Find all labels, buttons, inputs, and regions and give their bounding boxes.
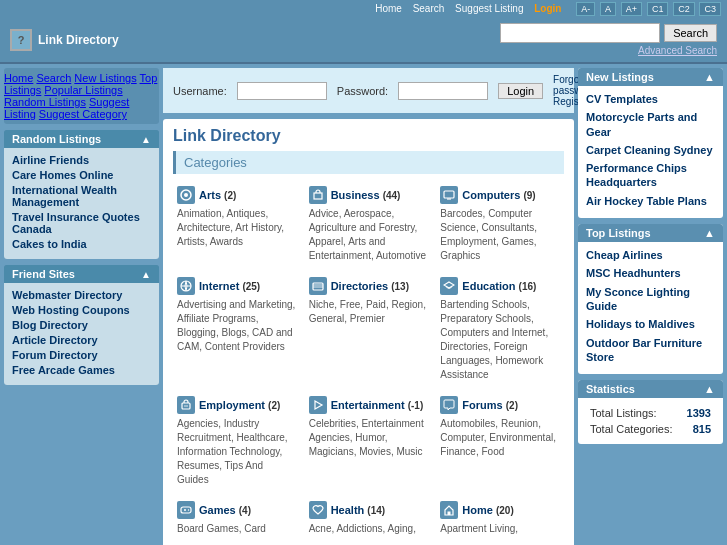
login-bar: Username: Password: Login Forgot passwor… xyxy=(163,68,574,113)
sidebar-item-random-listings[interactable]: Random Listings xyxy=(4,96,86,108)
stats-row-0: Total Listings: 1393 xyxy=(588,406,713,420)
sidebar-item-search[interactable]: Search xyxy=(36,72,71,84)
forums-link[interactable]: Forums (2) xyxy=(462,399,518,411)
right-sidebar: New Listings ▲ CV Templates Motorcycle P… xyxy=(578,68,723,545)
random-listings-box: Random Listings ▲ Airline Friends Care H… xyxy=(4,130,159,259)
category-health: Health (14) Acne, Addictions, Aging, xyxy=(305,497,433,540)
new-listings-arrow[interactable]: ▲ xyxy=(704,71,715,83)
top-listing-1[interactable]: MSC Headhunters xyxy=(586,266,715,280)
new-listing-3[interactable]: Performance Chips Headquarters xyxy=(586,161,715,190)
header-search-button[interactable]: Search xyxy=(664,24,717,42)
directories-link[interactable]: Directories (13) xyxy=(331,280,409,292)
statistics-arrow[interactable]: ▲ xyxy=(704,383,715,395)
top-nav-suggest[interactable]: Suggest Listing xyxy=(455,3,523,14)
business-link[interactable]: Business (44) xyxy=(331,189,401,201)
size-a-plus[interactable]: A+ xyxy=(621,2,642,16)
top-listings-arrow[interactable]: ▲ xyxy=(704,227,715,239)
random-listing-3[interactable]: Travel Insurance Quotes Canada xyxy=(12,211,151,235)
home-icon xyxy=(440,501,458,519)
new-listing-0[interactable]: CV Templates xyxy=(586,92,715,106)
top-nav-home[interactable]: Home xyxy=(375,3,402,14)
top-listings-content: Cheap Airlines MSC Headhunters My Sconce… xyxy=(578,242,723,374)
top-listing-2[interactable]: My Sconce Lighting Guide xyxy=(586,285,715,314)
categories-grid: Arts (2) Animation, Antiques, Architectu… xyxy=(173,182,564,540)
games-link[interactable]: Games (4) xyxy=(199,504,251,516)
categories-title: Categories xyxy=(173,151,564,174)
login-button[interactable]: Login xyxy=(498,83,543,99)
friend-site-0[interactable]: Webmaster Directory xyxy=(12,289,151,301)
entertainment-icon xyxy=(309,396,327,414)
content-title: Link Directory xyxy=(173,127,564,145)
advanced-search-link[interactable]: Advanced Search xyxy=(638,45,717,56)
top-listings-title: Top Listings ▲ xyxy=(578,224,723,242)
top-nav-bar: Home Search Suggest Listing Login A- A A… xyxy=(0,0,727,17)
category-home: Home (20) Apartment Living, xyxy=(436,497,564,540)
center-content: Username: Password: Login Forgot passwor… xyxy=(163,68,574,545)
arts-desc: Animation, Antiques, Architecture, Art H… xyxy=(177,207,297,249)
entertainment-desc: Celebrities, Entertainment Agencies, Hum… xyxy=(309,417,429,459)
home-cat-link[interactable]: Home (20) xyxy=(462,504,513,516)
category-computers: Computers (9) Barcodes, Computer Science… xyxy=(436,182,564,267)
svg-point-14 xyxy=(188,509,189,510)
entertainment-link[interactable]: Entertainment (-1) xyxy=(331,399,424,411)
top-nav-search[interactable]: Search xyxy=(413,3,445,14)
employment-link[interactable]: Employment (2) xyxy=(199,399,280,411)
arts-icon xyxy=(177,186,195,204)
health-desc: Acne, Addictions, Aging, xyxy=(309,522,429,536)
stats-value-0: 1393 xyxy=(683,406,713,420)
username-input[interactable] xyxy=(237,82,327,100)
header-search-input[interactable] xyxy=(500,23,660,43)
random-listing-1[interactable]: Care Homes Online xyxy=(12,169,151,181)
friend-site-4[interactable]: Forum Directory xyxy=(12,349,151,361)
size-a[interactable]: A xyxy=(600,2,616,16)
random-listing-2[interactable]: International Wealth Management xyxy=(12,184,151,208)
new-listing-4[interactable]: Air Hockey Table Plans xyxy=(586,194,715,208)
sidebar-item-home[interactable]: Home xyxy=(4,72,33,84)
username-label: Username: xyxy=(173,85,227,97)
sidebar-item-suggest-category[interactable]: Suggest Category xyxy=(39,108,127,120)
employment-icon xyxy=(177,396,195,414)
education-link[interactable]: Education (16) xyxy=(462,280,536,292)
arts-link[interactable]: Arts (2) xyxy=(199,189,236,201)
top-nav-login[interactable]: Login xyxy=(534,3,561,14)
random-listings-arrow[interactable]: ▲ xyxy=(141,134,151,145)
random-listing-0[interactable]: Airline Friends xyxy=(12,154,151,166)
svg-rect-15 xyxy=(448,512,451,516)
size-a-minus[interactable]: A- xyxy=(576,2,595,16)
svg-rect-7 xyxy=(313,283,323,290)
svg-rect-2 xyxy=(314,193,322,199)
main-layout: Home Search New Listings Top Listings Po… xyxy=(0,64,727,545)
new-listing-1[interactable]: Motorcycle Parts and Gear xyxy=(586,110,715,139)
svg-rect-3 xyxy=(444,191,454,198)
new-listing-2[interactable]: Carpet Cleaning Sydney xyxy=(586,143,715,157)
home-desc: Apartment Living, xyxy=(440,522,560,536)
internet-icon xyxy=(177,277,195,295)
category-education: Education (16) Bartending Schools, Prepa… xyxy=(436,273,564,386)
random-listing-4[interactable]: Cakes to India xyxy=(12,238,151,250)
health-link[interactable]: Health (14) xyxy=(331,504,385,516)
category-arts: Arts (2) Animation, Antiques, Architectu… xyxy=(173,182,301,267)
stats-label-1: Total Categories: xyxy=(588,422,681,436)
friend-site-2[interactable]: Blog Directory xyxy=(12,319,151,331)
internet-link[interactable]: Internet (25) xyxy=(199,280,260,292)
business-icon xyxy=(309,186,327,204)
friend-sites-arrow[interactable]: ▲ xyxy=(141,269,151,280)
friend-site-5[interactable]: Free Arcade Games xyxy=(12,364,151,376)
statistics-title: Statistics ▲ xyxy=(578,380,723,398)
size-c2[interactable]: C2 xyxy=(673,2,695,16)
sidebar-item-popular-listings[interactable]: Popular Listings xyxy=(44,84,122,96)
friend-site-1[interactable]: Web Hosting Coupons xyxy=(12,304,151,316)
top-listing-3[interactable]: Holidays to Maldives xyxy=(586,317,715,331)
sidebar-nav: Home Search New Listings Top Listings Po… xyxy=(4,68,159,124)
category-forums: Forums (2) Automobiles, Reunion, Compute… xyxy=(436,392,564,491)
size-c1[interactable]: C1 xyxy=(647,2,669,16)
password-input[interactable] xyxy=(398,82,488,100)
friend-site-3[interactable]: Article Directory xyxy=(12,334,151,346)
sidebar-item-new-listings[interactable]: New Listings xyxy=(74,72,136,84)
size-c3[interactable]: C3 xyxy=(699,2,721,16)
computers-link[interactable]: Computers (9) xyxy=(462,189,535,201)
top-listing-0[interactable]: Cheap Airlines xyxy=(586,248,715,262)
statistics-box: Statistics ▲ Total Listings: 1393 Total … xyxy=(578,380,723,444)
top-listing-4[interactable]: Outdoor Bar Furniture Store xyxy=(586,336,715,365)
left-sidebar: Home Search New Listings Top Listings Po… xyxy=(4,68,159,545)
